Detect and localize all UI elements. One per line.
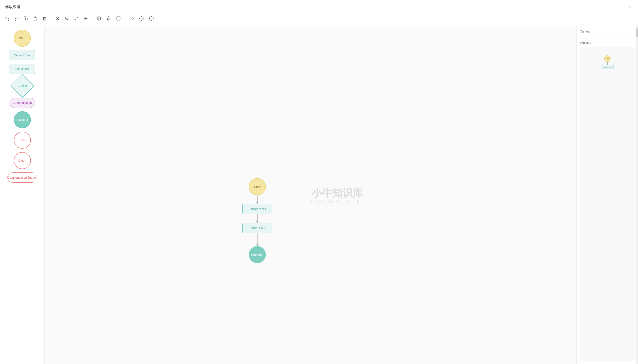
start-node-label: Start [19,36,26,40]
minimap-service-label: ServiceTask1 [603,66,612,68]
minimap-title: Minimap [580,41,634,44]
svg-point-19 [151,18,152,19]
layer1-button[interactable] [95,15,103,22]
sidebar-node-fail[interactable]: Fail [14,132,31,149]
right-panel: Canvas Minimap Start ServiceTask1 [576,26,638,364]
compensation-trigger-node-label: Compensation Trigger [8,176,37,179]
compensation-node-shape[interactable]: Compensation [10,98,35,108]
canvas-start-node[interactable]: Start [249,178,266,195]
dialog-container: 修改编排 × [0,0,638,364]
format-button[interactable] [114,15,122,22]
close-button[interactable]: × [627,4,633,10]
choice-node-wrapper[interactable]: Choice [14,77,31,94]
svg-rect-14 [117,17,120,20]
svg-point-17 [141,18,142,19]
choice-node-label: Choice [18,84,27,88]
script-task-node-shape[interactable]: ScriptTask [10,64,35,74]
zoom-in-button[interactable] [54,15,62,22]
sidebar-node-start[interactable]: Start [14,30,31,47]
minimap-section: Minimap Start ServiceTask1 [576,38,638,364]
copy-button[interactable] [22,15,30,22]
sidebar-node-compensation-trigger[interactable]: Compensation Trigger [8,172,37,183]
svg-line-10 [75,19,76,20]
canvas-area[interactable]: 小牛知识库 XIAO NIU ZHI SHI KU Start ServiceT… [45,26,576,364]
align-button[interactable] [82,15,90,22]
fail-node-shape[interactable]: Fail [14,132,31,149]
svg-line-9 [77,17,78,18]
watermark-chinese: 小牛知识库 [310,186,364,200]
canvas-succeed-label: Succeed [251,253,264,256]
compensation-node-label: Compensation [13,101,32,104]
watermark-pinyin: XIAO NIU ZHI SHI KU [310,200,364,204]
main-content: Start ServiceTask ScriptTask Choice [0,26,638,364]
succeed-node-label: Succeed [16,118,28,122]
script-task-node-label: ScriptTask [15,67,29,70]
canvas-service-task-node[interactable]: ServiceTask1 [243,204,272,214]
minimap-service: ServiceTask1 [601,65,614,69]
settings-button[interactable] [138,15,146,22]
dialog-title: 修改编排 [5,4,21,9]
canvas-script-label: ScriptTask1 [250,226,265,230]
sidebar-node-catch[interactable]: Catch [14,152,31,169]
svg-line-3 [59,19,59,20]
zoom-out-button[interactable] [63,15,71,22]
toolbar-divider-1 [51,16,51,21]
canvas-section-title: Canvas [580,30,634,33]
svg-marker-13 [107,16,111,20]
canvas-succeed-node[interactable]: Succeed [249,246,266,263]
code-button[interactable] [128,15,136,22]
layer2-button[interactable] [105,15,113,22]
minimap-content: Start ServiceTask1 [580,47,634,362]
flow-diagram: Start ServiceTask1 ScriptTask1 [243,178,272,263]
canvas-start-shape[interactable]: Start [249,178,266,195]
sidebar-node-succeed[interactable]: Succeed [14,111,31,128]
service-task-node-label: ServiceTask [14,54,30,57]
catch-node-shape[interactable]: Catch [14,152,31,169]
undo-button[interactable] [4,15,11,22]
start-node-shape[interactable]: Start [14,30,31,47]
arrow-2 [257,214,258,223]
svg-rect-1 [35,17,36,18]
paste-button[interactable] [32,15,39,22]
scrollbar[interactable] [636,26,638,364]
sidebar-node-compensation[interactable]: Compensation [10,98,35,108]
preview-button[interactable] [147,15,155,22]
arrow-3 [257,234,258,246]
canvas-start-label: Start [254,185,261,188]
canvas-script-shape[interactable]: ScriptTask1 [243,223,272,234]
toolbar-divider-2 [92,16,92,21]
minimap-start: Start [604,56,610,62]
watermark: 小牛知识库 XIAO NIU ZHI SHI KU [310,186,364,204]
service-task-node-shape[interactable]: ServiceTask [10,50,35,60]
svg-rect-0 [26,18,28,20]
sidebar-node-script-task[interactable]: ScriptTask [10,64,35,74]
canvas-succeed-shape[interactable]: Succeed [249,246,266,263]
dialog-header: 修改编排 × [0,0,638,14]
scrollbar-thumb[interactable] [636,28,638,37]
canvas-service-shape[interactable]: ServiceTask1 [243,204,272,214]
sidebar-node-choice[interactable]: Choice [14,77,31,94]
canvas-service-label: ServiceTask1 [248,207,266,211]
svg-line-7 [68,19,69,20]
canvas-script-task-node[interactable]: ScriptTask1 [243,223,272,234]
catch-node-label: Catch [18,159,26,162]
sidebar-node-service-task[interactable]: ServiceTask [10,50,35,60]
fail-node-label: Fail [20,138,25,142]
delete-button[interactable] [41,15,49,22]
fit-button[interactable] [73,15,80,22]
svg-point-18 [149,16,153,20]
arrow-1 [257,195,258,204]
compensation-trigger-node-shape[interactable]: Compensation Trigger [8,172,37,183]
minimap-start-label: Start [606,58,609,60]
redo-button[interactable] [13,15,21,22]
canvas-section: Canvas [576,26,638,38]
sidebar: Start ServiceTask ScriptTask Choice [0,26,45,364]
toolbar [0,13,638,24]
succeed-node-shape[interactable]: Succeed [14,111,31,128]
